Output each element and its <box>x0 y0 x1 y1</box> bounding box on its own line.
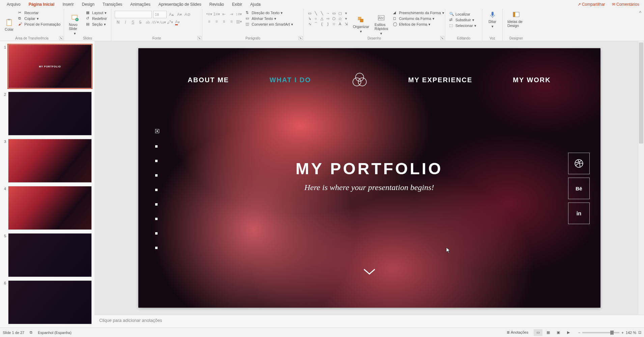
shape-more-icon[interactable]: ▾ <box>343 11 349 16</box>
text-direction-button[interactable]: ⇅Direção do Texto ▾ <box>244 10 295 16</box>
share-button[interactable]: ↗ Compartilhar <box>576 1 607 7</box>
shape-down-icon[interactable]: ▾ <box>343 16 349 21</box>
numbering-button[interactable]: 1≡▾ <box>213 11 220 18</box>
shape-oval-icon[interactable]: ○ <box>313 16 318 21</box>
align-right-button[interactable]: ≡ <box>221 18 227 25</box>
underline-button[interactable]: S <box>130 19 136 26</box>
paragraph-launcher[interactable]: ⬊ <box>299 36 303 40</box>
zoom-slider[interactable] <box>582 332 619 333</box>
align-text-button[interactable]: ▭Alinhar Texto ▾ <box>244 16 295 21</box>
shape-curve-icon[interactable]: ∿ <box>307 22 312 26</box>
chevron-down-icon[interactable] <box>363 268 376 277</box>
shape-text-icon[interactable]: A <box>337 22 343 26</box>
zoom-out-button[interactable]: − <box>578 331 580 335</box>
shape-outline-button[interactable]: ◻Contorno da Forma ▾ <box>392 16 446 21</box>
vertical-scrollbar[interactable] <box>638 41 644 315</box>
select-button[interactable]: ⬚Selecionar ▾ <box>448 23 479 28</box>
shape-arc-icon[interactable]: ⌒ <box>313 22 318 26</box>
tab-slideshow[interactable]: Apresentação de Slides <box>155 1 205 8</box>
bullets-button[interactable]: •≡▾ <box>206 11 213 18</box>
align-center-button[interactable]: ≡ <box>213 18 220 25</box>
font-launcher[interactable]: ⬊ <box>197 36 201 40</box>
italic-button[interactable]: I <box>122 19 129 26</box>
nav-what-i-do[interactable]: WHAT I DO <box>270 76 311 84</box>
tab-insert[interactable]: Inserir <box>58 1 78 8</box>
align-left-button[interactable]: ≡ <box>206 18 213 25</box>
font-name-input[interactable] <box>115 11 152 18</box>
clear-format-button[interactable]: A⊘ <box>184 11 191 18</box>
scrollbar-thumb[interactable] <box>639 42 643 144</box>
layout-button[interactable]: ▦Layout ▾ <box>85 10 108 16</box>
columns-button[interactable]: ▥▾ <box>235 18 242 25</box>
tab-transitions[interactable]: Transições <box>99 1 126 8</box>
quick-styles-button[interactable]: Abc Estilos Rápidos▾ <box>372 10 390 39</box>
indent-inc-button[interactable]: ⇥ <box>228 11 235 18</box>
shape-line2-icon[interactable]: ╲ <box>319 11 325 16</box>
shape-expand-icon[interactable]: ⇲ <box>343 22 349 26</box>
dot[interactable] <box>155 189 158 191</box>
tab-design[interactable]: Design <box>78 1 99 8</box>
dot[interactable] <box>155 145 158 148</box>
shape-triangle-icon[interactable]: △ <box>319 16 325 21</box>
shape-callout-icon[interactable]: ◇ <box>337 16 343 21</box>
decrease-font-button[interactable]: A▾ <box>176 11 183 18</box>
dot[interactable] <box>155 160 158 162</box>
shadow-button[interactable]: ab <box>144 19 151 26</box>
dot[interactable] <box>155 247 158 249</box>
linkedin-icon[interactable]: in <box>568 203 590 224</box>
case-button[interactable]: Aa▾ <box>159 19 166 26</box>
nav-work[interactable]: MY WORK <box>513 76 551 84</box>
canvas-viewport[interactable]: ABOUT ME WHAT I DO MY EXPERIENCE MY WORK… <box>94 41 644 315</box>
tab-review[interactable]: Revisão <box>205 1 228 8</box>
shape-effects-button[interactable]: ◯Efeitos de Forma ▾ <box>392 22 446 27</box>
increase-font-button[interactable]: A▴ <box>168 11 175 18</box>
comments-button[interactable]: ✉ Comentários <box>610 1 641 7</box>
indent-dec-button[interactable]: ⇤ <box>221 11 227 18</box>
shape-brace-icon[interactable]: { <box>319 22 325 26</box>
strike-button[interactable]: S̶ <box>137 19 144 26</box>
line-spacing-button[interactable]: ↕≡▾ <box>235 11 242 18</box>
thumbnail-1[interactable]: MY PORTFOLIO <box>8 44 92 88</box>
fit-window-button[interactable]: ⊡ <box>638 330 641 335</box>
tab-home[interactable]: Página Inicial <box>25 1 59 8</box>
bold-button[interactable]: N <box>115 19 121 26</box>
shape-arrow2-icon[interactable]: ⇨ <box>325 16 331 21</box>
dot[interactable] <box>155 174 158 177</box>
behance-icon[interactable]: Bē <box>568 178 590 199</box>
design-ideas-button[interactable]: Ideias de Design <box>505 10 527 28</box>
dot-active[interactable] <box>155 129 159 133</box>
tab-help[interactable]: Ajuda <box>246 1 265 8</box>
nav-about[interactable]: ABOUT ME <box>188 76 229 84</box>
section-button[interactable]: ▤Seção ▾ <box>85 22 108 27</box>
collapse-ribbon-button[interactable]: ^ <box>636 9 644 41</box>
notes-toggle[interactable]: ≣ Anotações <box>507 330 528 335</box>
tab-file[interactable]: Arquivo <box>3 1 25 8</box>
normal-view-button[interactable]: ▭ <box>534 329 542 336</box>
dribbble-icon[interactable] <box>568 153 590 174</box>
replace-button[interactable]: ⇄Substituir ▾ <box>448 17 479 23</box>
tab-animations[interactable]: Animações <box>126 1 154 8</box>
drawing-launcher[interactable]: ⬊ <box>440 36 444 40</box>
shape-fill-button[interactable]: ◢Preenchimento da Forma ▾ <box>392 10 446 16</box>
slide-title[interactable]: MY PORTFOLIO <box>138 159 600 178</box>
font-color-button[interactable]: A▾ <box>174 19 181 26</box>
notes-pane[interactable]: Clique para adicionar anotações <box>94 315 644 328</box>
reading-view-button[interactable]: ▣ <box>554 329 563 336</box>
font-size-input[interactable] <box>153 11 167 18</box>
zoom-level[interactable]: 142 % <box>626 331 636 335</box>
slide-thumbnails-panel[interactable]: 1 MY PORTFOLIO 2 3 4 5 6 <box>0 41 94 328</box>
thumbnail-6[interactable] <box>8 280 92 324</box>
thumbnail-4[interactable] <box>8 186 92 230</box>
copy-button[interactable]: ⧉Copiar ▾ <box>17 16 62 21</box>
tab-view[interactable]: Exibir <box>228 1 246 8</box>
dot[interactable] <box>155 232 158 235</box>
sorter-view-button[interactable]: ▦ <box>544 329 553 336</box>
slide-counter[interactable]: Slide 1 de 27 <box>3 331 24 335</box>
shape-line-icon[interactable]: ╲ <box>313 11 318 16</box>
shape-brace2-icon[interactable]: } <box>325 22 331 26</box>
dictate-button[interactable]: Ditar▾ <box>485 10 500 29</box>
shape-rect-icon[interactable]: ▭ <box>307 11 312 16</box>
shape-rect2-icon[interactable]: ▭ <box>331 11 337 16</box>
thumbnail-5[interactable] <box>8 233 92 277</box>
slide-subtitle[interactable]: Here is where your presentation begins! <box>138 183 600 192</box>
